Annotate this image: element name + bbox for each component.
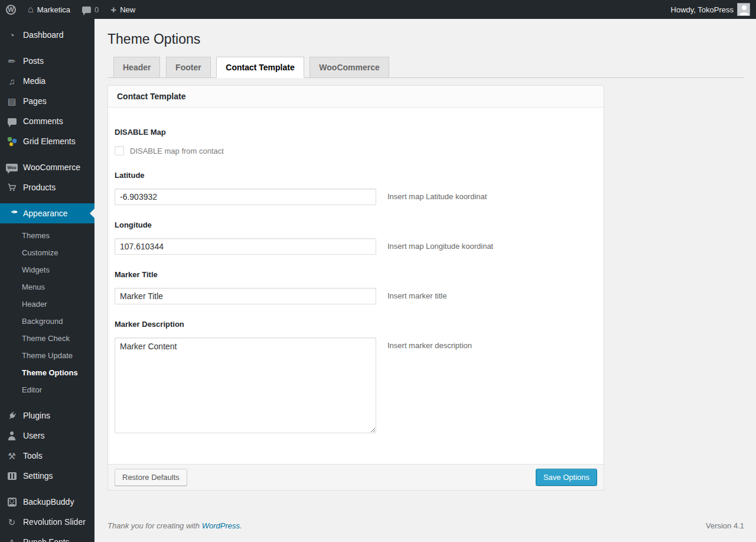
wordpress-link[interactable]: WordPress: [202, 521, 240, 530]
page-footer: Thank you for creating with WordPress. V…: [107, 521, 744, 538]
sidebar-item-dashboard[interactable]: ◔ Dashboard: [0, 25, 94, 45]
submenu-item-menus[interactable]: Menus: [0, 278, 94, 296]
paintbrush-icon: ✒: [6, 207, 18, 219]
panel-body: DISABLE Map DISABLE map from contact Lat…: [108, 108, 604, 464]
marker-title-row: Insert marker title: [115, 288, 594, 304]
submenu-item-background[interactable]: Background: [0, 313, 94, 330]
sidebar-item-label: Tools: [23, 451, 43, 460]
main-content: Theme Options Header Footer Contact Temp…: [94, 0, 756, 538]
admin-sidebar: ◔ Dashboard ✏ Posts ♫ Media ▤ Pages Comm…: [0, 19, 94, 542]
disable-map-checkbox[interactable]: [115, 146, 124, 155]
sidebar-item-punch-fonts[interactable]: A Punch Fonts: [0, 532, 94, 542]
disable-map-checkbox-label[interactable]: DISABLE map from contact: [130, 147, 224, 155]
menu-gap: [0, 45, 94, 51]
submenu-item-editor[interactable]: Editor: [0, 381, 94, 398]
menu-gap: [0, 19, 94, 25]
wordpress-logo-menu[interactable]: W: [0, 0, 22, 19]
wordpress-logo-icon: W: [6, 5, 16, 15]
sidebar-item-plugins[interactable]: Plugins: [0, 405, 94, 426]
contact-template-panel: Contact Template DISABLE Map DISABLE map…: [107, 85, 604, 491]
latitude-label: Latitude: [115, 171, 594, 180]
howdy-account-menu[interactable]: Howdy, TokoPress: [665, 0, 756, 19]
sidebar-item-users[interactable]: Users: [0, 426, 94, 446]
new-content-menu[interactable]: + New: [105, 0, 141, 19]
marker-description-label: Marker Description: [115, 320, 594, 329]
latitude-input[interactable]: [115, 189, 376, 205]
thanks-suffix: .: [240, 521, 242, 530]
sidebar-item-media[interactable]: ♫ Media: [0, 71, 94, 91]
sidebar-item-tools[interactable]: ⚒ Tools: [0, 446, 94, 466]
disable-map-label: DISABLE Map: [115, 128, 594, 137]
cycle-arrows-icon: ↻: [6, 516, 18, 528]
sidebar-item-label: Appearance: [23, 209, 68, 218]
letter-a-icon: A: [6, 536, 18, 542]
comment-bubble-icon: [82, 7, 91, 13]
sidebar-item-pages[interactable]: ▤ Pages: [0, 91, 94, 111]
sidebar-item-label: BackupBuddy: [23, 497, 74, 507]
marker-title-input[interactable]: [115, 288, 376, 304]
sidebar-item-woocommerce[interactable]: Woo WooCommerce: [0, 157, 94, 177]
new-label: New: [120, 5, 135, 14]
woocommerce-icon: Woo: [6, 161, 18, 173]
submenu-item-header[interactable]: Header: [0, 296, 94, 313]
submenu-item-theme-update[interactable]: Theme Update: [0, 347, 94, 364]
comment-count: 0: [94, 5, 99, 14]
sidebar-item-label: Punch Fonts: [23, 537, 70, 542]
sidebar-item-revolution-slider[interactable]: ↻ Revolution Slider: [0, 512, 94, 532]
page-title: Theme Options: [107, 19, 744, 48]
sidebar-item-comments[interactable]: Comments: [0, 111, 94, 131]
sidebar-item-label: Posts: [23, 56, 44, 66]
sidebar-item-label: WooCommerce: [23, 163, 80, 172]
howdy-label: Howdy, TokoPress: [671, 5, 734, 14]
longitude-input[interactable]: [115, 238, 376, 255]
tab-contact-template[interactable]: Contact Template: [216, 57, 304, 78]
sidebar-item-appearance[interactable]: ✒ Appearance: [0, 203, 94, 223]
restore-defaults-button[interactable]: Restore Defaults: [115, 469, 187, 486]
pages-icon: ▤: [6, 95, 18, 107]
sidebar-item-label: Dashboard: [23, 30, 64, 40]
thanks-text: Thank you for creating with WordPress.: [107, 521, 242, 530]
submenu-item-themes[interactable]: Themes: [0, 227, 94, 244]
dashboard-icon: ◔: [6, 29, 18, 41]
tab-footer[interactable]: Footer: [166, 57, 211, 78]
tab-woocommerce[interactable]: WooCommerce: [309, 57, 389, 78]
comments-icon: [6, 115, 18, 127]
longitude-row: Insert map Longitude koordinat: [115, 238, 594, 255]
sidebar-item-label: Plugins: [23, 411, 50, 420]
sidebar-item-products[interactable]: Products: [0, 177, 94, 197]
sidebar-item-posts[interactable]: ✏ Posts: [0, 51, 94, 71]
version-label: Version 4.1: [706, 521, 744, 530]
sidebar-item-settings[interactable]: Settings: [0, 466, 94, 486]
latitude-hint: Insert map Latitude koordinat: [387, 189, 487, 201]
plus-icon: +: [110, 5, 116, 15]
marker-title-hint: Insert marker title: [387, 288, 447, 300]
cart-icon: [6, 181, 18, 193]
sidebar-item-label: Grid Elements: [23, 137, 76, 146]
longitude-label: Longitude: [115, 220, 594, 229]
panel-header-title: Contact Template: [108, 86, 604, 108]
sidebar-item-label: Users: [23, 431, 45, 440]
submenu-item-theme-options[interactable]: Theme Options: [0, 364, 94, 381]
comments-admin-bar-link[interactable]: 0: [76, 0, 105, 19]
marker-description-row: Marker Content Insert marker description: [115, 337, 594, 433]
grid-elements-icon: [6, 135, 18, 147]
save-options-button[interactable]: Save Options: [536, 469, 597, 486]
latitude-row: Insert map Latitude koordinat: [115, 189, 594, 205]
sidebar-item-grid-elements[interactable]: Grid Elements: [0, 131, 94, 151]
marker-description-hint: Insert marker description: [387, 337, 472, 350]
pushpin-icon: ✏: [6, 55, 18, 67]
submenu-item-widgets[interactable]: Widgets: [0, 261, 94, 278]
submenu-item-customize[interactable]: Customize: [0, 244, 94, 261]
tab-bar: Header Footer Contact Template WooCommer…: [107, 57, 744, 78]
tab-header[interactable]: Header: [113, 57, 160, 78]
backup-drive-icon: [6, 496, 18, 508]
site-name-link[interactable]: ⌂ Marketica: [22, 0, 76, 19]
submenu-item-theme-check[interactable]: Theme Check: [0, 330, 94, 347]
site-name-label: Marketica: [37, 5, 70, 14]
sidebar-item-backupbuddy[interactable]: BackupBuddy: [0, 492, 94, 512]
marker-description-textarea[interactable]: Marker Content: [115, 337, 376, 433]
sidebar-item-label: Products: [23, 183, 56, 192]
menu-gap: [0, 486, 94, 492]
thanks-prefix: Thank you for creating with: [107, 521, 202, 530]
sidebar-item-label: Media: [23, 76, 45, 86]
